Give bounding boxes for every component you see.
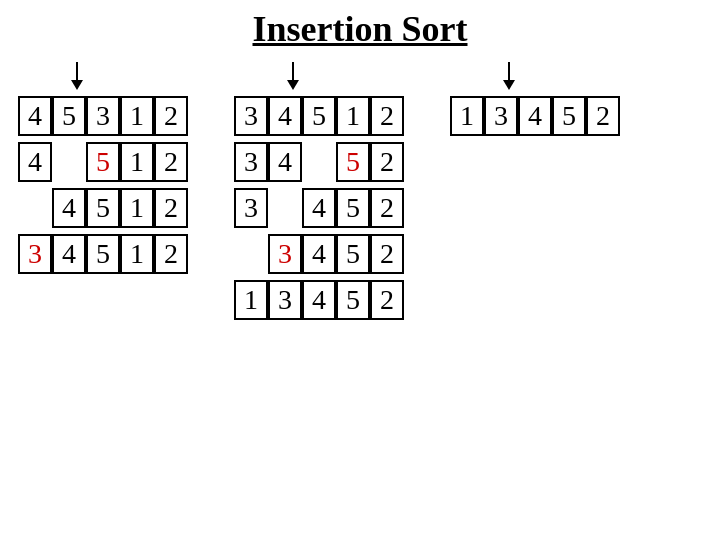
cell: 2 xyxy=(154,234,188,274)
arrow-row-col2 xyxy=(234,58,434,90)
cell xyxy=(302,142,336,182)
cell: 2 xyxy=(154,188,188,228)
cell: 2 xyxy=(370,96,404,136)
column-1: 453124512451234512 xyxy=(18,58,218,274)
cell: 5 xyxy=(336,280,370,320)
cell: 3 xyxy=(234,188,268,228)
cell xyxy=(52,142,86,182)
array-row: 34512 xyxy=(18,234,188,274)
cell: 5 xyxy=(86,142,120,182)
cell xyxy=(234,234,268,274)
cell: 5 xyxy=(86,188,120,228)
cell xyxy=(18,188,52,228)
cell: 4 xyxy=(268,142,302,182)
cell: 2 xyxy=(154,142,188,182)
arrow-shaft xyxy=(508,62,510,80)
arrow-row-col3 xyxy=(450,58,650,90)
cell: 4 xyxy=(18,142,52,182)
arrow-head xyxy=(71,80,83,90)
column-2: 3451234523452345213452 xyxy=(234,58,434,320)
cell: 5 xyxy=(552,96,586,136)
cell xyxy=(268,188,302,228)
array-row: 4512 xyxy=(18,188,188,228)
arrow-head xyxy=(503,80,515,90)
cell: 5 xyxy=(336,188,370,228)
cell: 1 xyxy=(120,142,154,182)
cell: 2 xyxy=(586,96,620,136)
cell: 4 xyxy=(302,188,336,228)
cell: 4 xyxy=(518,96,552,136)
arrow-col2 xyxy=(287,62,299,90)
cell: 4 xyxy=(18,96,52,136)
cell: 1 xyxy=(234,280,268,320)
cell: 2 xyxy=(370,142,404,182)
cell: 5 xyxy=(52,96,86,136)
array-row: 4512 xyxy=(18,142,188,182)
cell: 1 xyxy=(120,188,154,228)
arrow-row-col1 xyxy=(18,58,218,90)
cell: 1 xyxy=(120,234,154,274)
page-title: Insertion Sort xyxy=(0,0,720,54)
arrow-col1 xyxy=(71,62,83,90)
array-row: 13452 xyxy=(234,280,404,320)
main-content: 4531245124512345123451234523452345213452… xyxy=(0,54,720,320)
cell: 5 xyxy=(336,142,370,182)
cell: 3 xyxy=(234,96,268,136)
cell: 3 xyxy=(234,142,268,182)
cell: 3 xyxy=(484,96,518,136)
cell: 4 xyxy=(52,188,86,228)
arrow-shaft xyxy=(76,62,78,80)
cell: 1 xyxy=(336,96,370,136)
array-row: 13452 xyxy=(450,96,620,136)
cell: 3 xyxy=(86,96,120,136)
cell: 5 xyxy=(86,234,120,274)
array-row: 3452 xyxy=(234,188,404,228)
array-row: 45312 xyxy=(18,96,188,136)
cell: 2 xyxy=(154,96,188,136)
cell: 1 xyxy=(120,96,154,136)
cell: 2 xyxy=(370,188,404,228)
arrow-shaft xyxy=(292,62,294,80)
array-row: 3452 xyxy=(234,234,404,274)
cell: 2 xyxy=(370,280,404,320)
cell: 3 xyxy=(268,234,302,274)
column-3: 13452 xyxy=(450,58,650,136)
cell: 3 xyxy=(18,234,52,274)
arrow-head xyxy=(287,80,299,90)
cell: 4 xyxy=(52,234,86,274)
cell: 2 xyxy=(370,234,404,274)
array-row: 34512 xyxy=(234,96,404,136)
cell: 4 xyxy=(302,234,336,274)
cell: 4 xyxy=(268,96,302,136)
cell: 4 xyxy=(302,280,336,320)
arrow-col3 xyxy=(503,62,515,90)
array-row: 3452 xyxy=(234,142,404,182)
cell: 1 xyxy=(450,96,484,136)
cell: 5 xyxy=(336,234,370,274)
cell: 5 xyxy=(302,96,336,136)
cell: 3 xyxy=(268,280,302,320)
